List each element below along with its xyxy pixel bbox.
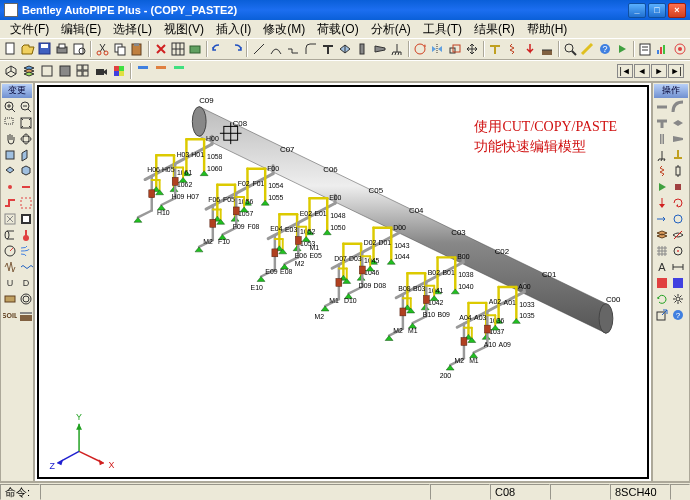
new-button[interactable]: [2, 40, 19, 58]
clear-sel-icon[interactable]: [2, 211, 18, 227]
wind-icon[interactable]: [18, 243, 34, 259]
save-button[interactable]: [37, 40, 54, 58]
wireframe-button[interactable]: [38, 62, 56, 80]
rotate-tool[interactable]: [412, 40, 429, 58]
r-color2-icon[interactable]: [670, 275, 686, 291]
color-button[interactable]: [110, 62, 128, 80]
symmetry-tool[interactable]: [429, 40, 446, 58]
user-load-icon[interactable]: U: [2, 275, 18, 291]
r-play-icon[interactable]: [654, 179, 670, 195]
r-settings-icon[interactable]: [670, 291, 686, 307]
stress-tool[interactable]: [671, 40, 688, 58]
view-front-icon[interactable]: [2, 147, 18, 163]
view-top-icon[interactable]: [2, 163, 18, 179]
r-hide-icon[interactable]: [670, 227, 686, 243]
grid-button[interactable]: [169, 40, 186, 58]
select-element-icon[interactable]: [18, 179, 34, 195]
filter-1-button[interactable]: [134, 62, 152, 80]
temp-icon[interactable]: [18, 227, 34, 243]
arc-tool[interactable]: [268, 40, 285, 58]
scale-tool[interactable]: [446, 40, 463, 58]
delete-button[interactable]: [152, 40, 169, 58]
view-layers-button[interactable]: [20, 62, 38, 80]
redo-button[interactable]: [227, 40, 244, 58]
r-snubber-icon[interactable]: [670, 163, 686, 179]
view-iso-button[interactable]: [2, 62, 20, 80]
pan-icon[interactable]: [2, 131, 18, 147]
r-dim-icon[interactable]: [670, 259, 686, 275]
report-tool[interactable]: [637, 40, 654, 58]
minimize-button[interactable]: _: [628, 3, 646, 18]
select-point-icon[interactable]: [2, 179, 18, 195]
r-layer-icon[interactable]: [654, 227, 670, 243]
r-valve-icon[interactable]: [670, 115, 686, 131]
tee-tool[interactable]: [319, 40, 336, 58]
move-tool[interactable]: [463, 40, 480, 58]
r-anchor-icon[interactable]: [654, 147, 670, 163]
find-tool[interactable]: [562, 40, 579, 58]
r-force-icon[interactable]: [654, 195, 670, 211]
chart-tool[interactable]: [654, 40, 671, 58]
buried-icon[interactable]: [18, 307, 34, 323]
view-side-icon[interactable]: [18, 147, 34, 163]
viewport[interactable]: C00 C01 C02 C03 C04 C05 C06 C07 C08 C09 …: [34, 82, 652, 482]
camera-button[interactable]: [92, 62, 110, 80]
pressure-icon[interactable]: [2, 243, 18, 259]
nav-first[interactable]: |◄: [617, 64, 633, 78]
r-help-icon[interactable]: ?: [670, 307, 686, 323]
anchor-tool[interactable]: [388, 40, 405, 58]
segment-tool[interactable]: [285, 40, 302, 58]
filter-3-button[interactable]: [170, 62, 188, 80]
valve-tool[interactable]: [337, 40, 354, 58]
left-panel-title[interactable]: 变更: [2, 84, 32, 98]
menu-result[interactable]: 结果(R): [468, 20, 521, 39]
zoom-extent-icon[interactable]: [18, 115, 34, 131]
filter-2-button[interactable]: [152, 62, 170, 80]
displacement-icon[interactable]: D: [18, 275, 34, 291]
r-refresh-icon[interactable]: [654, 291, 670, 307]
r-tee-icon[interactable]: [654, 115, 670, 131]
zoom-window-icon[interactable]: [2, 115, 18, 131]
r-export-icon[interactable]: [654, 307, 670, 323]
shaded-button[interactable]: [56, 62, 74, 80]
close-button[interactable]: ×: [668, 3, 686, 18]
select-segment-icon[interactable]: [2, 195, 18, 211]
run-tool[interactable]: [613, 40, 630, 58]
status-command-field[interactable]: [40, 484, 430, 500]
r-moment-icon[interactable]: [670, 195, 686, 211]
viewport-button[interactable]: [74, 62, 92, 80]
r-flange-icon[interactable]: [654, 131, 670, 147]
menu-help[interactable]: 帮助(H): [521, 20, 574, 39]
flange-tool[interactable]: [354, 40, 371, 58]
zoom-out-icon[interactable]: [18, 99, 34, 115]
r-pipe-icon[interactable]: [654, 99, 670, 115]
print-button[interactable]: [54, 40, 71, 58]
r-grid-icon[interactable]: [654, 243, 670, 259]
right-panel-title[interactable]: 操作: [654, 84, 688, 98]
pipe-props-icon[interactable]: [2, 227, 18, 243]
invert-sel-icon[interactable]: [18, 211, 34, 227]
r-color1-icon[interactable]: [654, 275, 670, 291]
check-tool[interactable]: ?: [596, 40, 613, 58]
reducer-tool[interactable]: [371, 40, 388, 58]
r-text-icon[interactable]: A: [654, 259, 670, 275]
menu-tools[interactable]: 工具(T): [417, 20, 468, 39]
view-iso2-icon[interactable]: [18, 163, 34, 179]
paste-button[interactable]: [129, 40, 146, 58]
r-rot-icon[interactable]: [670, 211, 686, 227]
r-bend-icon[interactable]: [670, 99, 686, 115]
menu-load[interactable]: 荷载(O): [311, 20, 364, 39]
maximize-button[interactable]: □: [648, 3, 666, 18]
nav-last[interactable]: ►|: [668, 64, 684, 78]
cut-button[interactable]: [94, 40, 111, 58]
spring-tool[interactable]: [504, 40, 521, 58]
zoom-in-icon[interactable]: [2, 99, 18, 115]
menu-file[interactable]: 文件(F): [4, 20, 55, 39]
menu-modify[interactable]: 修改(M): [257, 20, 311, 39]
material-icon[interactable]: [2, 291, 18, 307]
section-icon[interactable]: [18, 291, 34, 307]
bend-tool[interactable]: [302, 40, 319, 58]
load-tool[interactable]: [521, 40, 538, 58]
wave-icon[interactable]: [18, 259, 34, 275]
r-snap-icon[interactable]: [670, 243, 686, 259]
